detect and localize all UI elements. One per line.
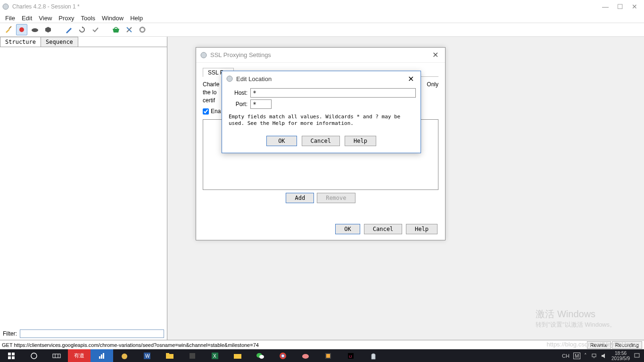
minimize-icon[interactable]: — [602, 3, 609, 10]
status-text: GET https://clientservices.googleapis.co… [2, 342, 259, 348]
remove-button[interactable]: Remove [317, 193, 355, 203]
cortana-icon[interactable] [23, 349, 45, 362]
pen-icon[interactable] [63, 24, 74, 35]
taskbar-app-chart[interactable] [91, 349, 113, 362]
clock-time: 18:56 [611, 351, 630, 356]
taskbar-app-chrome[interactable] [272, 349, 294, 362]
tab-structure[interactable]: Structure [0, 37, 41, 47]
taskbar-app-sublime[interactable] [317, 349, 339, 362]
taskview-icon[interactable] [45, 349, 68, 362]
port-input[interactable] [250, 99, 272, 109]
filter-row: Filter: [0, 328, 167, 340]
recording-button[interactable]: Recording [612, 341, 642, 349]
ok-button[interactable]: OK [335, 224, 360, 234]
svg-point-36 [282, 354, 284, 357]
help-button[interactable]: Help [345, 136, 376, 146]
help-button[interactable]: Help [406, 224, 438, 234]
taskbar-app-wechat[interactable] [249, 349, 272, 362]
menu-edit[interactable]: Edit [18, 15, 35, 22]
clock[interactable]: 18:56 2019/5/9 [611, 351, 630, 361]
svg-point-11 [227, 76, 232, 82]
refresh-icon[interactable] [76, 24, 88, 35]
close-icon[interactable]: ✕ [405, 74, 417, 83]
hexagon-icon[interactable] [42, 24, 54, 35]
taskbar-app-folder2[interactable] [226, 349, 249, 362]
record-icon[interactable] [16, 24, 27, 35]
statusbar: GET https://clientservices.googleapis.co… [0, 340, 644, 349]
enable-ssl-checkbox[interactable] [203, 108, 209, 115]
structure-tree[interactable] [0, 47, 167, 328]
ssl-desc-line1: Charle [203, 81, 219, 89]
broom-icon[interactable] [3, 24, 14, 35]
filter-label: Filter: [3, 330, 17, 337]
svg-marker-4 [45, 27, 51, 33]
svg-rect-21 [101, 354, 102, 359]
taskbar-app-intellij[interactable]: IJ [339, 349, 362, 362]
menu-tools[interactable]: Tools [78, 15, 99, 22]
svg-text:W: W [145, 354, 150, 359]
menu-help[interactable]: Help [127, 15, 146, 22]
ssl-dialog-buttons: OK Cancel Help [335, 224, 438, 234]
ssl-dialog-title: SSL Proxying Settings [210, 51, 271, 58]
app-icon [200, 51, 207, 59]
svg-point-0 [3, 4, 8, 9]
taskbar-app-charles[interactable] [362, 349, 385, 362]
cancel-button[interactable]: Cancel [302, 136, 340, 146]
svg-rect-22 [103, 353, 104, 359]
taskbar-app-pig[interactable] [294, 349, 317, 362]
ime-indicator[interactable]: CH [562, 353, 570, 359]
menu-proxy[interactable]: Proxy [55, 15, 77, 22]
turtle-icon[interactable] [29, 24, 41, 35]
taskbar-app-duck[interactable] [113, 349, 136, 362]
ssl-dialog-titlebar: SSL Proxying Settings ✕ [196, 48, 445, 63]
svg-rect-20 [99, 356, 100, 359]
edit-dialog-title: Edit Location [236, 75, 272, 82]
close-icon[interactable]: ✕ [429, 50, 441, 59]
taskbar-app-excel[interactable]: X [204, 349, 226, 362]
menu-view[interactable]: View [35, 15, 55, 22]
svg-rect-12 [8, 353, 11, 355]
taskbar-app-word[interactable]: W [136, 349, 158, 362]
gear-icon[interactable] [137, 24, 148, 35]
tray-chevron-icon[interactable]: ˄ [584, 353, 587, 359]
notifications-icon[interactable] [634, 353, 640, 359]
network-icon[interactable] [591, 353, 597, 359]
svg-point-10 [201, 52, 206, 58]
menu-file[interactable]: File [2, 15, 18, 22]
left-panel: Structure Sequence Filter: [0, 37, 167, 340]
check-icon[interactable] [90, 24, 101, 35]
tab-sequence[interactable]: Sequence [41, 37, 78, 47]
cancel-button[interactable]: Cancel [364, 224, 402, 234]
edit-dialog-buttons: OK Cancel Help [222, 132, 421, 153]
svg-line-1 [9, 26, 11, 29]
tools-icon[interactable] [124, 24, 135, 35]
maximize-icon[interactable]: ☐ [617, 3, 623, 10]
svg-text:X: X [213, 354, 216, 359]
taskbar: 有道 W X IJ CH M ˄ 18:56 2019/5/9 [0, 349, 644, 362]
menu-window[interactable]: Window [99, 15, 127, 22]
svg-rect-42 [592, 354, 596, 357]
ssl-desc-right: Only [427, 81, 438, 89]
add-button[interactable]: Add [286, 193, 314, 203]
taskbar-app-youdao[interactable]: 有道 [68, 349, 91, 362]
svg-point-23 [122, 354, 127, 359]
basket-icon[interactable] [110, 24, 122, 35]
rewrite-button[interactable]: Rewrite [587, 341, 611, 349]
m-indicator[interactable]: M [573, 353, 580, 359]
filter-input[interactable] [20, 329, 164, 338]
close-icon[interactable]: ✕ [632, 3, 637, 10]
host-input[interactable] [250, 88, 416, 98]
start-icon[interactable] [0, 349, 23, 362]
volume-icon[interactable] [601, 353, 608, 359]
taskbar-app-explorer[interactable] [158, 349, 181, 362]
ok-button[interactable]: OK [266, 136, 297, 146]
enable-ssl-label: Ena [211, 108, 221, 115]
taskbar-app-evernote[interactable] [181, 349, 204, 362]
host-row: Host: [227, 88, 416, 98]
port-label: Port: [227, 101, 250, 107]
svg-text:IJ: IJ [349, 354, 352, 359]
svg-rect-17 [53, 354, 60, 358]
svg-point-37 [302, 354, 309, 359]
edit-helptext: Empty fields match all values. Wildcards… [229, 114, 414, 127]
app-icon [226, 75, 233, 82]
